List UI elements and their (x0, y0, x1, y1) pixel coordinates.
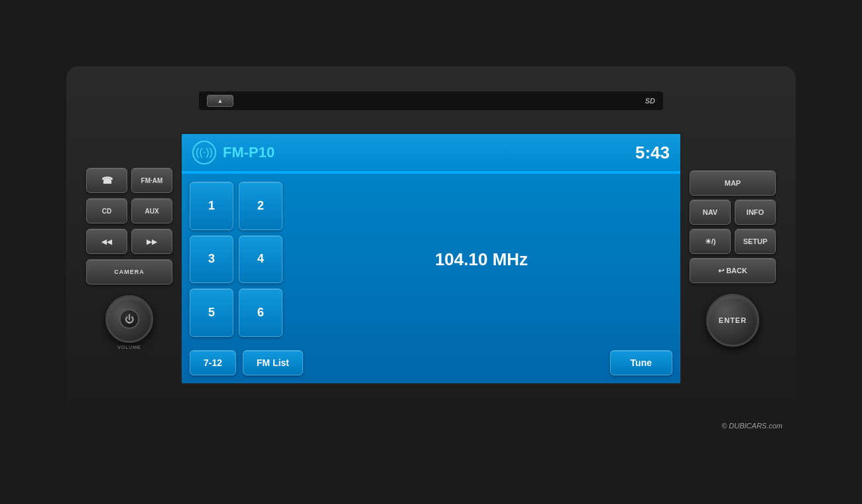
btn-fm-list[interactable]: FM List (243, 350, 303, 375)
radio-wave-icon: ((·)) (196, 147, 213, 158)
left-panel: ☎ FM·AM CD AUX ◀◀ ▶▶ CAMERA ⏻ VOLUME (86, 155, 172, 349)
power-button[interactable]: ⏻ (119, 309, 139, 329)
next-button[interactable]: ▶▶ (131, 229, 172, 254)
power-icon: ⏻ (125, 314, 135, 324)
screen-body: 1 2 3 4 5 6 104.10 MHz (182, 174, 680, 345)
volume-knob[interactable]: ⏻ (105, 295, 153, 343)
top-slot: ▲ SD (199, 92, 663, 110)
preset-6-button[interactable]: 6 (239, 288, 282, 337)
eject-button[interactable]: ▲ (207, 95, 233, 107)
radio-icon: ((·)) (192, 141, 216, 164)
tune-button[interactable]: Tune (610, 350, 672, 375)
setup-button[interactable]: SETUP (735, 229, 776, 254)
fm-am-button[interactable]: FM·AM (131, 168, 172, 193)
screen-footer: 7-12 FM List Tune (182, 345, 680, 383)
preset-5-button[interactable]: 5 (190, 288, 233, 337)
screen: ((·)) FM-P10 5:43 1 2 3 4 5 6 104.10 MHz… (180, 133, 682, 385)
eject-icon: ▲ (217, 97, 223, 104)
enter-knob[interactable]: ENTER (706, 294, 759, 347)
preset-1-button[interactable]: 1 (190, 182, 233, 230)
car-unit: ▲ SD ☎ FM·AM CD AUX ◀◀ ▶▶ CAMERA ⏻ (66, 66, 796, 438)
back-button[interactable]: ↩ BACK (690, 258, 776, 283)
screen-header: ((·)) FM-P10 5:43 (182, 134, 680, 172)
brightness-button[interactable]: ☀/) (690, 229, 731, 254)
info-button[interactable]: INFO (735, 200, 776, 225)
enter-label: ENTER (719, 316, 747, 324)
map-button[interactable]: MAP (690, 170, 776, 196)
aux-button[interactable]: AUX (131, 198, 172, 223)
clock-display: 5:43 (635, 143, 670, 163)
preset-grid: 1 2 3 4 5 6 (190, 182, 282, 337)
sd-label: SD (645, 97, 655, 105)
cd-button[interactable]: CD (86, 198, 127, 223)
btn-712[interactable]: 7-12 (190, 350, 236, 375)
camera-button[interactable]: CAMERA (86, 259, 172, 284)
preset-4-button[interactable]: 4 (239, 235, 282, 284)
header-left: ((·)) FM-P10 (192, 141, 275, 164)
preset-3-button[interactable]: 3 (190, 235, 233, 284)
preset-2-button[interactable]: 2 (239, 182, 282, 230)
phone-button[interactable]: ☎ (86, 168, 127, 193)
volume-label: VOLUME (117, 345, 141, 349)
right-panel: MAP NAV INFO ☀/) SETUP ↩ BACK ENTER (690, 157, 776, 347)
nav-button[interactable]: NAV (690, 200, 731, 225)
prev-button[interactable]: ◀◀ (86, 229, 127, 254)
station-name: FM-P10 (223, 144, 275, 161)
frequency-display: 104.10 MHz (290, 182, 672, 337)
watermark: © DUBICARS.com (721, 422, 782, 430)
